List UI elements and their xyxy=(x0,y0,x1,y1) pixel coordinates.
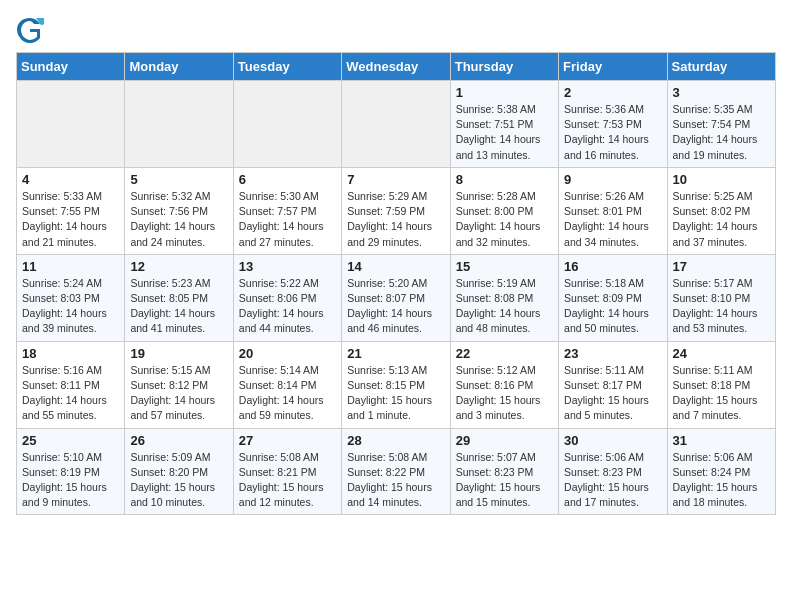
calendar-cell xyxy=(125,81,233,168)
logo xyxy=(16,16,46,44)
day-info: Sunrise: 5:23 AMSunset: 8:05 PMDaylight:… xyxy=(130,276,227,337)
day-number: 19 xyxy=(130,346,227,361)
day-info: Sunrise: 5:30 AMSunset: 7:57 PMDaylight:… xyxy=(239,189,336,250)
calendar-table: SundayMondayTuesdayWednesdayThursdayFrid… xyxy=(16,52,776,515)
day-info: Sunrise: 5:08 AMSunset: 8:21 PMDaylight:… xyxy=(239,450,336,511)
day-info: Sunrise: 5:11 AMSunset: 8:17 PMDaylight:… xyxy=(564,363,661,424)
calendar-cell: 21Sunrise: 5:13 AMSunset: 8:15 PMDayligh… xyxy=(342,341,450,428)
day-number: 7 xyxy=(347,172,444,187)
calendar-week-row: 18Sunrise: 5:16 AMSunset: 8:11 PMDayligh… xyxy=(17,341,776,428)
calendar-week-row: 4Sunrise: 5:33 AMSunset: 7:55 PMDaylight… xyxy=(17,167,776,254)
calendar-cell: 8Sunrise: 5:28 AMSunset: 8:00 PMDaylight… xyxy=(450,167,558,254)
day-info: Sunrise: 5:10 AMSunset: 8:19 PMDaylight:… xyxy=(22,450,119,511)
weekday-header-monday: Monday xyxy=(125,53,233,81)
day-info: Sunrise: 5:06 AMSunset: 8:24 PMDaylight:… xyxy=(673,450,770,511)
calendar-week-row: 11Sunrise: 5:24 AMSunset: 8:03 PMDayligh… xyxy=(17,254,776,341)
calendar-cell: 4Sunrise: 5:33 AMSunset: 7:55 PMDaylight… xyxy=(17,167,125,254)
calendar-cell: 25Sunrise: 5:10 AMSunset: 8:19 PMDayligh… xyxy=(17,428,125,515)
calendar-cell: 15Sunrise: 5:19 AMSunset: 8:08 PMDayligh… xyxy=(450,254,558,341)
calendar-cell: 26Sunrise: 5:09 AMSunset: 8:20 PMDayligh… xyxy=(125,428,233,515)
day-info: Sunrise: 5:25 AMSunset: 8:02 PMDaylight:… xyxy=(673,189,770,250)
day-number: 17 xyxy=(673,259,770,274)
day-number: 14 xyxy=(347,259,444,274)
calendar-week-row: 25Sunrise: 5:10 AMSunset: 8:19 PMDayligh… xyxy=(17,428,776,515)
day-number: 9 xyxy=(564,172,661,187)
day-info: Sunrise: 5:33 AMSunset: 7:55 PMDaylight:… xyxy=(22,189,119,250)
day-info: Sunrise: 5:20 AMSunset: 8:07 PMDaylight:… xyxy=(347,276,444,337)
calendar-cell: 2Sunrise: 5:36 AMSunset: 7:53 PMDaylight… xyxy=(559,81,667,168)
day-number: 20 xyxy=(239,346,336,361)
weekday-header-thursday: Thursday xyxy=(450,53,558,81)
day-number: 13 xyxy=(239,259,336,274)
calendar-cell: 12Sunrise: 5:23 AMSunset: 8:05 PMDayligh… xyxy=(125,254,233,341)
weekday-header-tuesday: Tuesday xyxy=(233,53,341,81)
day-info: Sunrise: 5:28 AMSunset: 8:00 PMDaylight:… xyxy=(456,189,553,250)
day-number: 21 xyxy=(347,346,444,361)
day-info: Sunrise: 5:32 AMSunset: 7:56 PMDaylight:… xyxy=(130,189,227,250)
calendar-cell xyxy=(17,81,125,168)
day-info: Sunrise: 5:11 AMSunset: 8:18 PMDaylight:… xyxy=(673,363,770,424)
calendar-cell: 3Sunrise: 5:35 AMSunset: 7:54 PMDaylight… xyxy=(667,81,775,168)
day-info: Sunrise: 5:36 AMSunset: 7:53 PMDaylight:… xyxy=(564,102,661,163)
weekday-header-row: SundayMondayTuesdayWednesdayThursdayFrid… xyxy=(17,53,776,81)
day-number: 29 xyxy=(456,433,553,448)
calendar-cell: 9Sunrise: 5:26 AMSunset: 8:01 PMDaylight… xyxy=(559,167,667,254)
day-info: Sunrise: 5:18 AMSunset: 8:09 PMDaylight:… xyxy=(564,276,661,337)
logo-icon xyxy=(16,16,44,44)
day-number: 26 xyxy=(130,433,227,448)
day-info: Sunrise: 5:14 AMSunset: 8:14 PMDaylight:… xyxy=(239,363,336,424)
day-info: Sunrise: 5:22 AMSunset: 8:06 PMDaylight:… xyxy=(239,276,336,337)
calendar-cell: 11Sunrise: 5:24 AMSunset: 8:03 PMDayligh… xyxy=(17,254,125,341)
day-number: 12 xyxy=(130,259,227,274)
calendar-cell: 1Sunrise: 5:38 AMSunset: 7:51 PMDaylight… xyxy=(450,81,558,168)
day-info: Sunrise: 5:29 AMSunset: 7:59 PMDaylight:… xyxy=(347,189,444,250)
day-number: 16 xyxy=(564,259,661,274)
day-number: 31 xyxy=(673,433,770,448)
day-number: 6 xyxy=(239,172,336,187)
calendar-week-row: 1Sunrise: 5:38 AMSunset: 7:51 PMDaylight… xyxy=(17,81,776,168)
calendar-cell: 24Sunrise: 5:11 AMSunset: 8:18 PMDayligh… xyxy=(667,341,775,428)
day-info: Sunrise: 5:09 AMSunset: 8:20 PMDaylight:… xyxy=(130,450,227,511)
day-number: 18 xyxy=(22,346,119,361)
page-header xyxy=(16,16,776,44)
day-info: Sunrise: 5:19 AMSunset: 8:08 PMDaylight:… xyxy=(456,276,553,337)
day-info: Sunrise: 5:15 AMSunset: 8:12 PMDaylight:… xyxy=(130,363,227,424)
day-info: Sunrise: 5:24 AMSunset: 8:03 PMDaylight:… xyxy=(22,276,119,337)
day-number: 23 xyxy=(564,346,661,361)
day-number: 30 xyxy=(564,433,661,448)
day-info: Sunrise: 5:35 AMSunset: 7:54 PMDaylight:… xyxy=(673,102,770,163)
day-info: Sunrise: 5:26 AMSunset: 8:01 PMDaylight:… xyxy=(564,189,661,250)
calendar-cell: 27Sunrise: 5:08 AMSunset: 8:21 PMDayligh… xyxy=(233,428,341,515)
day-number: 5 xyxy=(130,172,227,187)
calendar-cell: 6Sunrise: 5:30 AMSunset: 7:57 PMDaylight… xyxy=(233,167,341,254)
calendar-cell: 18Sunrise: 5:16 AMSunset: 8:11 PMDayligh… xyxy=(17,341,125,428)
calendar-cell: 28Sunrise: 5:08 AMSunset: 8:22 PMDayligh… xyxy=(342,428,450,515)
calendar-cell: 29Sunrise: 5:07 AMSunset: 8:23 PMDayligh… xyxy=(450,428,558,515)
calendar-cell: 10Sunrise: 5:25 AMSunset: 8:02 PMDayligh… xyxy=(667,167,775,254)
day-number: 3 xyxy=(673,85,770,100)
day-number: 27 xyxy=(239,433,336,448)
day-number: 28 xyxy=(347,433,444,448)
calendar-cell: 31Sunrise: 5:06 AMSunset: 8:24 PMDayligh… xyxy=(667,428,775,515)
day-number: 2 xyxy=(564,85,661,100)
weekday-header-friday: Friday xyxy=(559,53,667,81)
day-number: 11 xyxy=(22,259,119,274)
calendar-cell: 23Sunrise: 5:11 AMSunset: 8:17 PMDayligh… xyxy=(559,341,667,428)
day-number: 4 xyxy=(22,172,119,187)
calendar-cell: 7Sunrise: 5:29 AMSunset: 7:59 PMDaylight… xyxy=(342,167,450,254)
day-info: Sunrise: 5:13 AMSunset: 8:15 PMDaylight:… xyxy=(347,363,444,424)
calendar-cell: 5Sunrise: 5:32 AMSunset: 7:56 PMDaylight… xyxy=(125,167,233,254)
calendar-cell: 20Sunrise: 5:14 AMSunset: 8:14 PMDayligh… xyxy=(233,341,341,428)
calendar-cell: 17Sunrise: 5:17 AMSunset: 8:10 PMDayligh… xyxy=(667,254,775,341)
calendar-cell: 22Sunrise: 5:12 AMSunset: 8:16 PMDayligh… xyxy=(450,341,558,428)
day-info: Sunrise: 5:08 AMSunset: 8:22 PMDaylight:… xyxy=(347,450,444,511)
calendar-cell xyxy=(342,81,450,168)
day-info: Sunrise: 5:16 AMSunset: 8:11 PMDaylight:… xyxy=(22,363,119,424)
weekday-header-sunday: Sunday xyxy=(17,53,125,81)
calendar-cell xyxy=(233,81,341,168)
calendar-cell: 14Sunrise: 5:20 AMSunset: 8:07 PMDayligh… xyxy=(342,254,450,341)
weekday-header-saturday: Saturday xyxy=(667,53,775,81)
day-info: Sunrise: 5:06 AMSunset: 8:23 PMDaylight:… xyxy=(564,450,661,511)
day-number: 25 xyxy=(22,433,119,448)
day-number: 1 xyxy=(456,85,553,100)
